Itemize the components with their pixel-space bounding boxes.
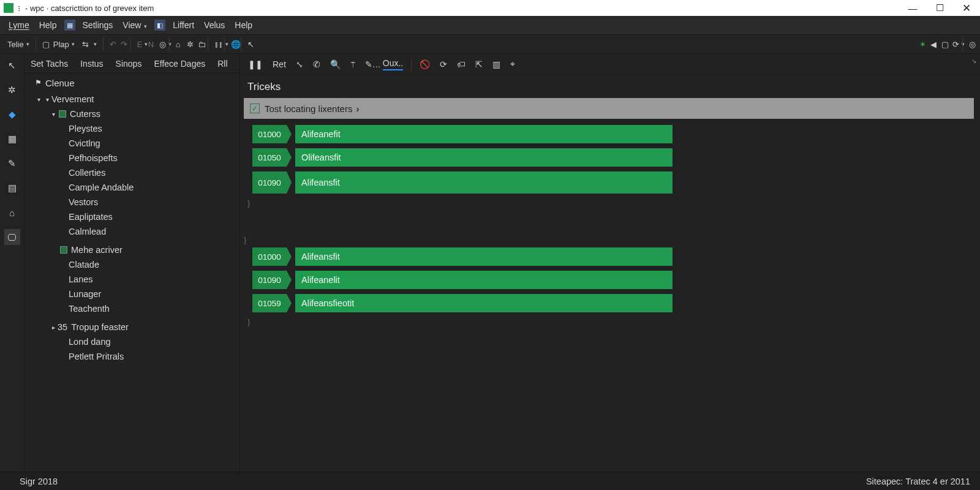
tree-panel: Set Tachs Instus Sinops Effece Dages Rll… (24, 54, 240, 472)
tree-item[interactable]: Pleystes (24, 121, 239, 136)
block-row[interactable]: 01050 Olifeansfit (252, 148, 980, 167)
panel-icon[interactable]: ▢ (39, 38, 50, 51)
rail-blue-chip-icon[interactable]: ◆ (4, 107, 20, 123)
maximize-button[interactable]: ☐ (926, 0, 953, 16)
content-ret-button[interactable]: Ret (270, 58, 289, 71)
menu-lyme[interactable]: Lyme (4, 18, 34, 32)
phone-icon[interactable]: ✆ (310, 58, 323, 71)
rail-monitor-icon[interactable]: 🖵 (4, 229, 20, 245)
block-id: 01000 (252, 125, 287, 143)
tree-node-group1[interactable]: ▾ Cuterss (24, 107, 239, 121)
chevron-down-icon: ▾ (49, 111, 58, 118)
letter-e-icon[interactable]: E ▾ (134, 38, 145, 51)
tab-rll[interactable]: Rll (211, 55, 233, 72)
tree-item[interactable]: Clatade (24, 257, 239, 272)
pointer-icon[interactable]: ↖ (244, 38, 255, 51)
tab-instus[interactable]: Instus (74, 55, 109, 72)
chart-icon[interactable]: ⫿⫿ ▾ (211, 38, 222, 51)
tree-item[interactable]: Cvictlng (24, 136, 239, 151)
rail-pen-icon[interactable]: ✎ (4, 156, 20, 172)
tree-item-label: Eapliptates (69, 212, 113, 222)
block-row[interactable]: 01000 Alifeansfit (252, 247, 980, 266)
search-icon[interactable]: 🔍 (327, 58, 344, 71)
toolbar-dropdown-plap[interactable]: Plap▾ (50, 38, 78, 51)
tree-top-row[interactable]: ⚑ Clenue (24, 74, 239, 92)
menu-liffert[interactable]: Liffert (168, 18, 199, 32)
skip-icon[interactable]: ⤡ (293, 58, 306, 71)
block-row[interactable]: 01059 Alifeansfieotit (252, 294, 980, 312)
gear-icon[interactable]: ✲ (183, 38, 194, 51)
sliders-icon[interactable]: ⇆ (78, 38, 89, 51)
block-row[interactable]: 01090 Alifeanelit (252, 271, 980, 289)
refresh-icon[interactable]: ⟳ (437, 58, 450, 71)
tab-effece-dages[interactable]: Effece Dages (148, 55, 211, 72)
toolbar-dropdown-telie[interactable]: Telie▾ (4, 38, 33, 51)
tab-sinops[interactable]: Sinops (110, 55, 148, 72)
toolbar-separator (962, 38, 963, 50)
target-icon[interactable]: ◎ (965, 38, 976, 51)
menu-velus[interactable]: Velus (199, 18, 230, 32)
minimize-button[interactable]: ― (899, 0, 926, 16)
circle-icon[interactable]: ◎ ▾ (156, 38, 167, 51)
tree-node-root[interactable]: ▾ ▾ Vervement (24, 92, 239, 107)
close-button[interactable]: ✕ (953, 0, 980, 16)
chevron-down-icon[interactable]: ▾ (89, 39, 100, 49)
rail-table-icon[interactable]: ▤ (4, 180, 20, 196)
tree-item[interactable]: Lond dang (24, 334, 239, 349)
rail-grid-icon[interactable]: ▦ (4, 131, 20, 147)
pause-icon[interactable]: ❚❚ (245, 58, 266, 71)
tag-icon[interactable]: 🏷 (454, 58, 469, 71)
panel-tab-strip: Set Tachs Instus Sinops Effece Dages Rll (24, 54, 239, 74)
globe-icon[interactable]: 🌐 (227, 38, 238, 51)
menu-settings[interactable]: Setlings (78, 18, 118, 32)
menu-icon-2[interactable]: ◧ (154, 20, 165, 31)
block-label: Alifeansfit (295, 172, 673, 194)
letter-n-icon[interactable]: N (145, 38, 156, 51)
link-oux[interactable]: ✎…Oux.. (362, 56, 406, 72)
green-badge-icon[interactable]: ✶ (916, 38, 927, 51)
box-icon[interactable]: 🗀 (194, 38, 205, 51)
redo-icon[interactable]: ↷ (117, 38, 128, 51)
tree-group2-label: Mehe acriver (71, 245, 123, 255)
block-icon[interactable]: 🚫 (417, 58, 433, 71)
tree-node-group2[interactable]: Mehe acriver (24, 243, 239, 257)
tree-item[interactable]: Lanes (24, 272, 239, 287)
menu-icon-1[interactable]: ▦ (64, 20, 75, 31)
toolbar-separator (130, 38, 131, 50)
rail-pointer-icon[interactable]: ↖ (4, 58, 20, 74)
tree-item[interactable]: Collerties (24, 165, 239, 180)
nav-back-icon[interactable]: ◀ (927, 38, 938, 51)
tree-item[interactable]: Teachenth (24, 301, 239, 316)
rail-home-icon[interactable]: ⌂ (4, 205, 20, 221)
block-row[interactable]: 01090 Alifeansfit (252, 172, 980, 194)
tree-item-label: Cvictlng (69, 138, 100, 148)
menu-view[interactable]: View ▾ (118, 18, 152, 32)
home-icon[interactable]: ⌂ (172, 38, 183, 51)
group-header[interactable]: ✓ Tost locating lixenters › (244, 98, 974, 119)
tree-node-group3[interactable]: ▸ 35 Tropup feaster (24, 320, 239, 334)
nav-forward-icon[interactable]: ⟳ ▾ (949, 38, 960, 51)
menu-help[interactable]: Help (34, 18, 62, 32)
tree-item[interactable]: Cample Andable (24, 180, 239, 195)
tree-item[interactable]: Calmlead (24, 224, 239, 239)
tree-item[interactable]: Eapliptates (24, 209, 239, 224)
menu-help-2[interactable]: Help (230, 18, 257, 32)
tab-set-tachs[interactable]: Set Tachs (24, 55, 74, 72)
tree-item-label: Petlett Pritrals (69, 352, 124, 361)
rail-snowflake-icon[interactable]: ✲ (4, 82, 20, 98)
columns-icon[interactable]: ▥ (489, 58, 503, 71)
export-icon[interactable]: ⇱ (472, 58, 486, 71)
camera-icon[interactable]: ⌖ (507, 57, 518, 71)
tree-item[interactable]: Vestors (24, 195, 239, 209)
tree-item[interactable]: Pefhoispefts (24, 151, 239, 165)
tree-group3-label: Tropup feaster (71, 322, 129, 332)
overflow-icon[interactable]: ↘ (971, 58, 976, 64)
clipboard-icon[interactable]: ▢ (938, 38, 949, 51)
block-row[interactable]: 01000 Alifeanefit (252, 125, 980, 143)
mic-icon[interactable]: ⍑ (347, 58, 358, 71)
tree-item[interactable]: Lunager (24, 287, 239, 301)
undo-icon[interactable]: ↶ (106, 38, 117, 51)
block-group-a: 01000 Alifeanefit 01050 Olifeansfit 0109… (240, 125, 980, 211)
brace-close: } (247, 317, 980, 326)
tree-item[interactable]: Petlett Pritrals (24, 349, 239, 364)
